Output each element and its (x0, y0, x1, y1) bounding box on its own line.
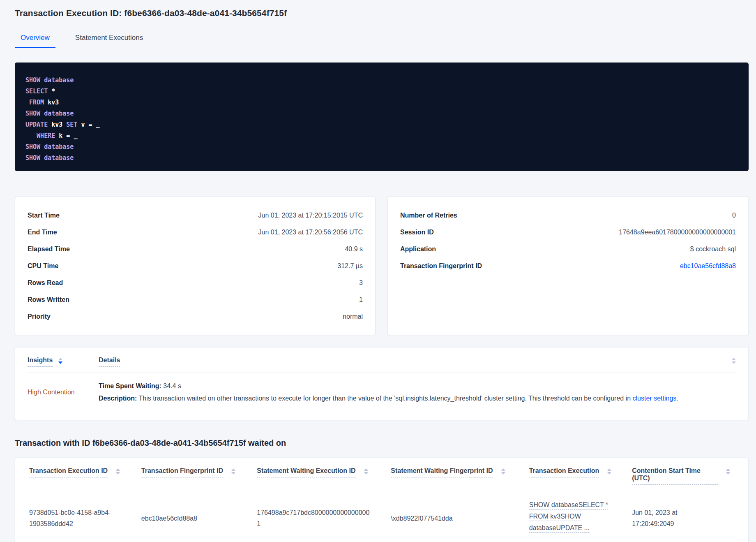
rows-read-label: Rows Read (28, 278, 63, 287)
summary-cards: Start Time Jun 01, 2023 at 17:20:15:2015… (15, 197, 749, 335)
header-transaction-execution[interactable]: Transaction Execution (529, 467, 632, 485)
sort-icon[interactable] (58, 358, 62, 364)
details-column-header[interactable]: Details (99, 357, 120, 367)
end-time-value: Jun 01, 2023 at 17:20:56:2056 UTC (258, 228, 363, 236)
sort-icon[interactable] (231, 468, 235, 475)
kv-row-rows-written: Rows Written 1 (28, 291, 363, 308)
cpu-time-value: 312.7 µs (337, 262, 363, 270)
application-label: Application (400, 245, 436, 253)
waited-on-table-header: Transaction Execution ID Transaction Fin… (29, 467, 734, 490)
column-label[interactable]: Transaction Execution (529, 467, 599, 477)
elapsed-time-label: Elapsed Time (28, 245, 70, 253)
sql-statement-box: SHOW database SELECT * FROM kv3 SHOW dat… (15, 63, 749, 171)
transaction-execution-link[interactable]: databaseUPDATE ... (529, 524, 590, 533)
waited-on-heading: Transaction with ID f6be6366-da03-48de-a… (15, 438, 749, 448)
cpu-time-label: CPU Time (28, 262, 58, 270)
start-time-value: Jun 01, 2023 at 17:20:15:2015 UTC (258, 211, 363, 220)
txn-fingerprint-link[interactable]: ebc10ae56cfd88a8 (680, 262, 736, 270)
sql-text: kv3 (48, 121, 66, 128)
sql-keyword: SET (66, 121, 77, 128)
header-statement-waiting-fingerprint-id[interactable]: Statement Waiting Fingerprint ID (391, 467, 529, 485)
kv-row-rows-read: Rows Read 3 (28, 274, 363, 291)
column-label[interactable]: Transaction Fingerprint ID (141, 467, 223, 477)
sql-keyword: SHOW database (25, 110, 74, 117)
start-time-label: Start Time (28, 211, 60, 220)
insights-header-col[interactable]: Insights (28, 357, 99, 367)
high-contention-badge: High Contention (28, 389, 75, 396)
kv-row-priority: Priority normal (28, 308, 363, 325)
kv-row-txn-fingerprint: Transaction Fingerprint ID ebc10ae56cfd8… (400, 257, 736, 274)
cell-statement-waiting-fingerprint-id: \xdb8922f077541dda (391, 513, 529, 524)
column-label[interactable]: Transaction Execution ID (29, 467, 108, 477)
session-id-value: 17648a9eea6017800000000000000001 (619, 228, 736, 236)
sql-line: FROM kv3 (25, 97, 738, 108)
sql-keyword: SELECT (25, 88, 48, 95)
tab-bar: Overview Statement Executions (15, 30, 749, 48)
cell-transaction-fingerprint-id: ebc10ae56cfd88a8 (141, 513, 257, 524)
sort-icon[interactable] (364, 468, 368, 475)
cell-transaction-execution: SHOW databaseSELECT * FROM kv3SHOW datab… (529, 501, 632, 535)
waited-on-table-card: Transaction Execution ID Transaction Fin… (15, 458, 749, 542)
insight-cell: High Contention (28, 380, 99, 405)
insights-card: Insights Details High Contention Time Sp… (15, 347, 749, 420)
kv-row-retries: Number of Retries 0 (400, 207, 736, 224)
description-text: This transaction waited on other transac… (137, 395, 632, 402)
sql-keyword: UPDATE (25, 121, 48, 128)
description-suffix: . (676, 395, 678, 402)
cluster-settings-link[interactable]: cluster settings (633, 395, 677, 402)
sql-keyword: SHOW database (25, 143, 74, 151)
details-header-col[interactable]: Details (99, 357, 732, 367)
sql-text: v = _ (77, 121, 99, 128)
header-contention-start-time[interactable]: Contention Start Time (UTC) (632, 467, 734, 485)
sql-keyword: FROM (25, 99, 44, 106)
description-label: Description: (99, 395, 137, 402)
cell-statement-waiting-execution-id: 176498a9c717bdc80000000000000001 (257, 507, 391, 529)
kv-row-cpu-time: CPU Time 312.7 µs (28, 257, 363, 274)
column-label[interactable]: Contention Start Time (UTC) (632, 467, 718, 485)
sort-icon[interactable] (726, 468, 730, 475)
transaction-execution-link[interactable]: FROM kv3SHOW (529, 512, 581, 521)
end-time-label: End Time (28, 228, 57, 236)
sort-icon[interactable] (607, 468, 611, 475)
rows-written-label: Rows Written (28, 295, 69, 304)
retries-label: Number of Retries (400, 211, 457, 220)
application-value: $ cockroach sql (690, 245, 736, 253)
time-spent-waiting-line: Time Spent Waiting: 34.4 s (99, 380, 736, 392)
time-spent-waiting-label: Time Spent Waiting: (99, 382, 161, 389)
sort-icon[interactable] (116, 468, 120, 475)
column-label[interactable]: Statement Waiting Execution ID (257, 467, 355, 477)
header-statement-waiting-execution-id[interactable]: Statement Waiting Execution ID (257, 467, 391, 485)
sql-keyword: WHERE (25, 132, 55, 139)
sql-text: * (48, 88, 55, 95)
header-transaction-fingerprint-id[interactable]: Transaction Fingerprint ID (141, 467, 257, 485)
page-title: Transaction Execution ID: f6be6366-da03-… (15, 8, 749, 18)
execution-meta-card: Number of Retries 0 Session ID 17648a9ee… (387, 197, 749, 335)
rows-written-value: 1 (359, 295, 363, 304)
execution-details-card: Start Time Jun 01, 2023 at 17:20:15:2015… (15, 197, 376, 335)
tab-overview[interactable]: Overview (15, 30, 55, 48)
description-line: Description: This transaction waited on … (99, 392, 736, 405)
txn-fingerprint-label: Transaction Fingerprint ID (400, 262, 482, 270)
rows-read-value: 3 (359, 278, 363, 287)
divider (28, 413, 736, 413)
table-row: 9738d051-bc0e-4158-a9b4-1903586ddd42 ebc… (29, 490, 734, 542)
cell-contention-start-time: Jun 01, 2023 at 17:20:49:2049 (632, 507, 734, 529)
page-container: Transaction Execution ID: f6be6366-da03-… (0, 0, 756, 542)
column-label[interactable]: Statement Waiting Fingerprint ID (391, 467, 493, 477)
insights-header-row: Insights Details (28, 357, 736, 373)
sql-line: SHOW database (25, 153, 738, 164)
insight-row: High Contention Time Spent Waiting: 34.4… (28, 373, 736, 413)
kv-row-elapsed-time: Elapsed Time 40.9 s (28, 241, 363, 257)
sql-line: SELECT * (25, 86, 738, 97)
sql-line: SHOW database (25, 141, 738, 153)
header-transaction-execution-id[interactable]: Transaction Execution ID (29, 467, 141, 485)
kv-row-start-time: Start Time Jun 01, 2023 at 17:20:15:2015… (28, 207, 363, 224)
retries-value: 0 (732, 211, 736, 220)
transaction-execution-link[interactable]: SHOW databaseSELECT * (529, 501, 608, 510)
sql-text: kv3 (44, 99, 59, 106)
sort-icon[interactable] (501, 468, 505, 475)
sort-icon[interactable] (732, 358, 736, 364)
insights-column-header[interactable]: Insights (28, 357, 53, 367)
sql-line: SHOW database (25, 108, 738, 119)
tab-statement-executions[interactable]: Statement Executions (69, 30, 149, 48)
